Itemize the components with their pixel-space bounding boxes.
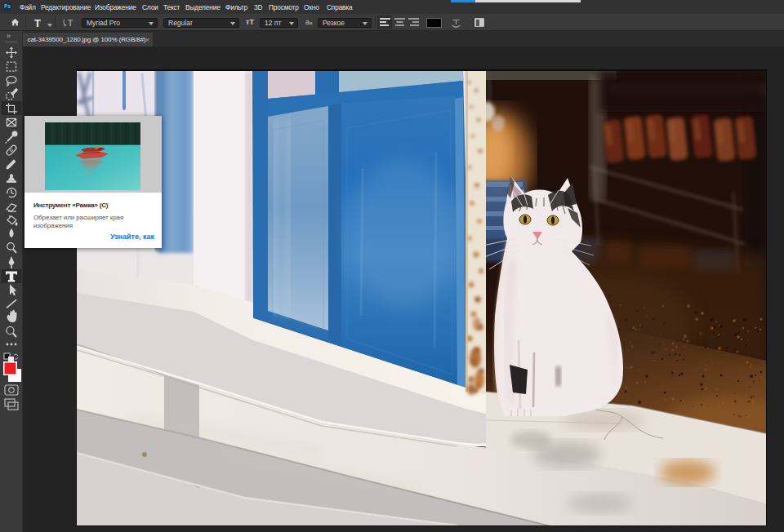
svg-text:»: »: [7, 32, 11, 40]
svg-text:T: T: [68, 19, 74, 28]
